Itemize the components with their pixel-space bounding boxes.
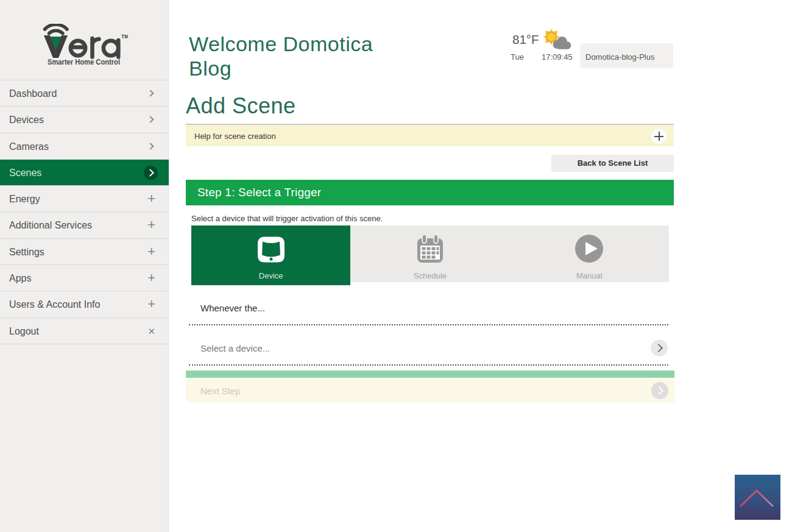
- svg-text:TM: TM: [121, 34, 128, 40]
- svg-text:Smarter Home Control: Smarter Home Control: [48, 58, 120, 66]
